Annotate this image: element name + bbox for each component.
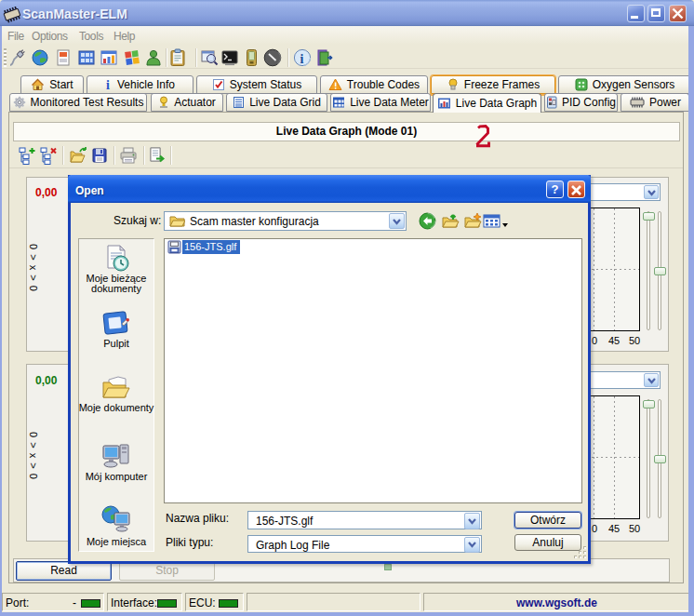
svg-text:i: i: [106, 78, 110, 91]
svg-text:i: i: [300, 52, 304, 66]
